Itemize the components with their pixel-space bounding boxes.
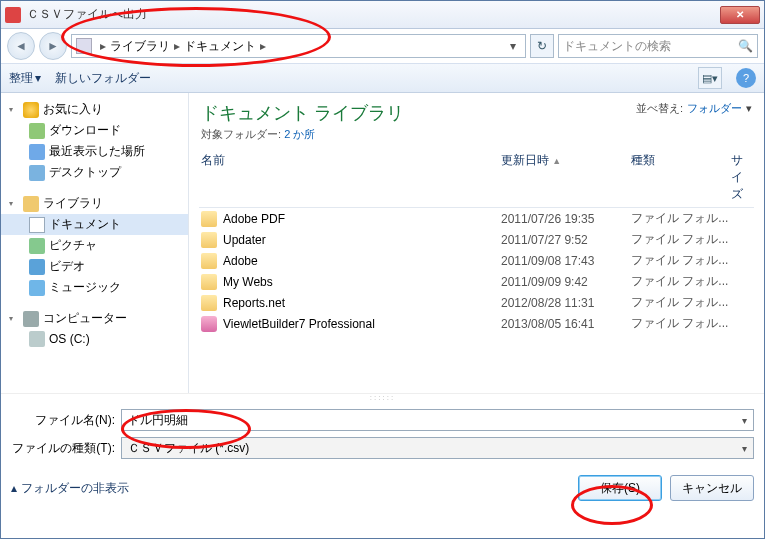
file-type: ファイル フォル... xyxy=(631,231,731,248)
filetype-label: ファイルの種類(T): xyxy=(11,440,121,457)
save-button[interactable]: 保存(S) xyxy=(578,475,662,501)
drive-icon xyxy=(29,331,45,347)
chevron-right-icon: ▸ xyxy=(174,39,180,53)
sidebar-group-favorites[interactable]: ▾お気に入り xyxy=(1,99,188,120)
chevron-up-icon: ▴ xyxy=(11,481,17,495)
library-icon xyxy=(23,196,39,212)
chevron-down-icon: ▾ xyxy=(9,199,19,208)
sort-asc-icon: ▲ xyxy=(552,156,561,166)
file-list: Adobe PDF2011/07/26 19:35ファイル フォル...Upda… xyxy=(199,208,754,334)
back-button[interactable]: ◄ xyxy=(7,32,35,60)
download-icon xyxy=(29,123,45,139)
new-folder-button[interactable]: 新しいフォルダー xyxy=(55,70,151,87)
sidebar-item-os-c[interactable]: OS (C:) xyxy=(1,329,188,349)
file-type: ファイル フォル... xyxy=(631,273,731,290)
breadcrumb-current[interactable]: ドキュメント xyxy=(184,38,256,55)
column-headers: 名前 更新日時 ▲ 種類 サイズ xyxy=(199,148,754,208)
desktop-icon xyxy=(29,165,45,181)
file-date: 2011/09/08 17:43 xyxy=(501,254,631,268)
organize-menu[interactable]: 整理▾ xyxy=(9,70,41,87)
filename-label: ファイル名(N): xyxy=(11,412,121,429)
sidebar-item-music[interactable]: ミュージック xyxy=(1,277,188,298)
file-date: 2011/09/09 9:42 xyxy=(501,275,631,289)
col-date[interactable]: 更新日時 ▲ xyxy=(501,152,631,203)
file-row[interactable]: Reports.net2012/08/28 11:31ファイル フォル... xyxy=(199,292,754,313)
titlebar: ＣＳＶファイルへ出力 ✕ xyxy=(1,1,764,29)
folder-icon xyxy=(201,274,217,290)
toolbar: 整理▾ 新しいフォルダー ▤▾ ? xyxy=(1,63,764,93)
star-icon xyxy=(23,102,39,118)
file-date: 2013/08/05 16:41 xyxy=(501,317,631,331)
search-input[interactable]: ドキュメントの検索 🔍 xyxy=(558,34,758,58)
chevron-right-icon: ▸ xyxy=(100,39,106,53)
document-icon xyxy=(29,217,45,233)
file-date: 2012/08/28 11:31 xyxy=(501,296,631,310)
chevron-right-icon: ▸ xyxy=(260,39,266,53)
sort-control[interactable]: 並べ替え: フォルダー ▾ xyxy=(636,101,752,116)
file-name: Updater xyxy=(223,233,501,247)
folder-icon xyxy=(201,232,217,248)
chevron-down-icon: ▾ xyxy=(9,105,19,114)
sidebar-group-libraries[interactable]: ▾ライブラリ xyxy=(1,193,188,214)
save-dialog: ＣＳＶファイルへ出力 ✕ ◄ ► ▸ ライブラリ ▸ ドキュメント ▸ ▾ ↻ … xyxy=(0,0,765,539)
folder-icon xyxy=(201,253,217,269)
search-icon: 🔍 xyxy=(738,39,753,53)
sidebar-item-desktop[interactable]: デスクトップ xyxy=(1,162,188,183)
file-row[interactable]: Updater2011/07/27 9:52ファイル フォル... xyxy=(199,229,754,250)
file-name: Reports.net xyxy=(223,296,501,310)
folder-icon xyxy=(201,295,217,311)
col-size[interactable]: サイズ xyxy=(731,152,752,203)
cancel-button[interactable]: キャンセル xyxy=(670,475,754,501)
chevron-down-icon[interactable]: ▾ xyxy=(742,415,747,426)
library-locations-link[interactable]: 2 か所 xyxy=(284,128,315,140)
sidebar-item-documents[interactable]: ドキュメント xyxy=(1,214,188,235)
file-row[interactable]: My Webs2011/09/09 9:42ファイル フォル... xyxy=(199,271,754,292)
filename-input[interactable]: ドル円明細▾ xyxy=(121,409,754,431)
forward-button[interactable]: ► xyxy=(39,32,67,60)
chevron-down-icon: ▾ xyxy=(9,314,19,323)
content-area: ドキュメント ライブラリ 対象フォルダー: 2 か所 並べ替え: フォルダー ▾… xyxy=(189,93,764,393)
view-mode-button[interactable]: ▤▾ xyxy=(698,67,722,89)
resize-gripper[interactable]: :::::: xyxy=(1,393,764,401)
folder-icon xyxy=(76,38,92,54)
sidebar-group-computer[interactable]: ▾コンピューター xyxy=(1,308,188,329)
col-type[interactable]: 種類 xyxy=(631,152,731,203)
help-icon[interactable]: ? xyxy=(736,68,756,88)
folder-icon xyxy=(201,211,217,227)
chevron-down-icon: ▾ xyxy=(35,71,41,85)
footer: ▴フォルダーの非表示 保存(S) キャンセル xyxy=(1,469,764,511)
sidebar-item-downloads[interactable]: ダウンロード xyxy=(1,120,188,141)
sidebar-item-recent[interactable]: 最近表示した場所 xyxy=(1,141,188,162)
file-row[interactable]: ViewletBuilder7 Professional2013/08/05 1… xyxy=(199,313,754,334)
sidebar-item-videos[interactable]: ビデオ xyxy=(1,256,188,277)
library-title: ドキュメント ライブラリ xyxy=(201,101,404,125)
file-type: ファイル フォル... xyxy=(631,294,731,311)
computer-icon xyxy=(23,311,39,327)
file-name: My Webs xyxy=(223,275,501,289)
window-title: ＣＳＶファイルへ出力 xyxy=(27,6,720,23)
breadcrumb-root[interactable]: ライブラリ xyxy=(110,38,170,55)
video-icon xyxy=(29,259,45,275)
file-date: 2011/07/26 19:35 xyxy=(501,212,631,226)
file-type: ファイル フォル... xyxy=(631,315,731,332)
file-row[interactable]: Adobe PDF2011/07/26 19:35ファイル フォル... xyxy=(199,208,754,229)
nav-bar: ◄ ► ▸ ライブラリ ▸ ドキュメント ▸ ▾ ↻ ドキュメントの検索 🔍 xyxy=(1,29,764,63)
file-row[interactable]: Adobe2011/09/08 17:43ファイル フォル... xyxy=(199,250,754,271)
chevron-down-icon[interactable]: ▾ xyxy=(505,39,521,53)
library-subtitle: 対象フォルダー: 2 か所 xyxy=(201,127,404,142)
breadcrumb[interactable]: ▸ ライブラリ ▸ ドキュメント ▸ ▾ xyxy=(71,34,526,58)
file-name: ViewletBuilder7 Professional xyxy=(223,317,501,331)
hide-folders-toggle[interactable]: ▴フォルダーの非表示 xyxy=(11,480,129,497)
chevron-down-icon: ▾ xyxy=(742,443,747,454)
close-icon[interactable]: ✕ xyxy=(720,6,760,24)
filetype-select[interactable]: ＣＳＶファイル (*.csv)▾ xyxy=(121,437,754,459)
sidebar-item-pictures[interactable]: ピクチャ xyxy=(1,235,188,256)
file-date: 2011/07/27 9:52 xyxy=(501,233,631,247)
file-type: ファイル フォル... xyxy=(631,252,731,269)
search-placeholder: ドキュメントの検索 xyxy=(563,38,671,55)
col-name[interactable]: 名前 xyxy=(201,152,501,203)
folder-icon xyxy=(201,316,217,332)
chevron-down-icon: ▾ xyxy=(746,102,752,115)
recent-icon xyxy=(29,144,45,160)
refresh-button[interactable]: ↻ xyxy=(530,34,554,58)
